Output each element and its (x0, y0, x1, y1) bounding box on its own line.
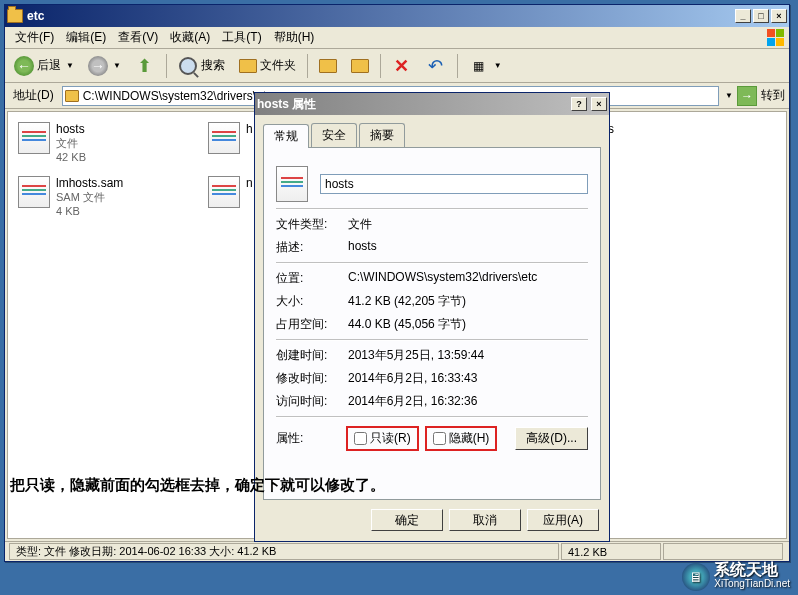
dropdown-icon: ▼ (113, 61, 121, 70)
tabstrip: 常规 安全 摘要 (263, 123, 601, 148)
label-location: 位置: (276, 270, 348, 287)
undo-icon: ↶ (426, 56, 446, 76)
value-description: hosts (348, 239, 588, 256)
views-icon: ▦ (469, 56, 489, 76)
titlebar[interactable]: etc _ □ × (5, 5, 789, 27)
apply-button[interactable]: 应用(A) (527, 509, 599, 531)
menu-view[interactable]: 查看(V) (112, 27, 164, 48)
dropdown-icon[interactable]: ▼ (725, 91, 733, 100)
value-modified: 2014年6月2日, 16:33:43 (348, 370, 588, 387)
status-text: 类型: 文件 修改日期: 2014-06-02 16:33 大小: 41.2 K… (9, 543, 559, 560)
search-label: 搜索 (201, 57, 225, 74)
back-button[interactable]: ← 后退 ▼ (9, 53, 79, 79)
go-button[interactable]: → (737, 86, 757, 106)
file-item[interactable]: hosts 文件 42 KB (18, 122, 178, 164)
minimize-button[interactable]: _ (735, 9, 751, 23)
file-type: 文件 (56, 136, 86, 150)
separator (457, 54, 458, 78)
tab-summary[interactable]: 摘要 (359, 123, 405, 147)
menu-help[interactable]: 帮助(H) (268, 27, 321, 48)
file-icon (208, 122, 240, 154)
annotation-text: 把只读，隐藏前面的勾选框去掉，确定下就可以修改了。 (10, 476, 385, 495)
file-name: hosts (56, 122, 86, 136)
copy-icon (351, 59, 369, 73)
dropdown-icon: ▼ (66, 61, 74, 70)
folder-icon (239, 59, 257, 73)
move-button[interactable] (314, 56, 342, 76)
file-name: h (246, 122, 253, 136)
label-created: 创建时间: (276, 347, 348, 364)
delete-button[interactable]: ✕ (387, 53, 417, 79)
address-label: 地址(D) (9, 87, 58, 104)
file-icon (18, 176, 50, 208)
menu-file[interactable]: 文件(F) (9, 27, 60, 48)
delete-icon: ✕ (392, 56, 412, 76)
ok-button[interactable]: 确定 (371, 509, 443, 531)
watermark-url: XiTongTianDi.net (714, 577, 790, 591)
back-icon: ← (14, 56, 34, 76)
go-label: 转到 (761, 87, 785, 104)
dialog-title: hosts 属性 (257, 96, 571, 113)
tab-security[interactable]: 安全 (311, 123, 357, 147)
value-size: 41.2 KB (42,205 字节) (348, 293, 588, 310)
file-type: SAM 文件 (56, 190, 123, 204)
value-created: 2013年5月25日, 13:59:44 (348, 347, 588, 364)
dialog-titlebar[interactable]: hosts 属性 ? × (255, 93, 609, 115)
views-button[interactable]: ▦▼ (464, 53, 507, 79)
search-button[interactable]: 搜索 (173, 53, 230, 79)
status-size: 41.2 KB (561, 543, 661, 560)
forward-button[interactable]: → ▼ (83, 53, 126, 79)
file-size: 42 KB (56, 150, 86, 164)
menu-tools[interactable]: 工具(T) (216, 27, 267, 48)
file-item[interactable]: lmhosts.sam SAM 文件 4 KB (18, 176, 178, 218)
watermark-brand: 系统天地 (714, 563, 790, 577)
hidden-checkbox[interactable]: 隐藏(H) (425, 426, 498, 451)
label-accessed: 访问时间: (276, 393, 348, 410)
menu-edit[interactable]: 编辑(E) (60, 27, 112, 48)
tab-panel-general: 文件类型:文件 描述:hosts 位置:C:\WINDOWS\system32\… (263, 148, 601, 500)
file-icon (18, 122, 50, 154)
separator (380, 54, 381, 78)
separator (307, 54, 308, 78)
filename-input[interactable] (320, 174, 588, 194)
label-filetype: 文件类型: (276, 216, 348, 233)
cancel-button[interactable]: 取消 (449, 509, 521, 531)
folder-icon (7, 9, 23, 23)
up-button[interactable]: ⬆ (130, 53, 160, 79)
label-description: 描述: (276, 239, 348, 256)
menu-favorites[interactable]: 收藏(A) (164, 27, 216, 48)
copy-button[interactable] (346, 56, 374, 76)
close-button[interactable]: × (771, 9, 787, 23)
advanced-button[interactable]: 高级(D)... (515, 427, 588, 450)
folder-icon (65, 90, 79, 102)
file-name: n (246, 176, 253, 190)
value-location: C:\WINDOWS\system32\drivers\etc (348, 270, 588, 287)
dialog-close-button[interactable]: × (591, 97, 607, 111)
label-size: 大小: (276, 293, 348, 310)
file-size: 4 KB (56, 204, 123, 218)
properties-dialog: hosts 属性 ? × 常规 安全 摘要 文件类型:文件 描述:hosts 位… (254, 92, 610, 542)
watermark-icon: 🖥 (682, 563, 710, 591)
file-icon (208, 176, 240, 208)
move-icon (319, 59, 337, 73)
folders-button[interactable]: 文件夹 (234, 54, 301, 77)
folders-label: 文件夹 (260, 57, 296, 74)
maximize-button[interactable]: □ (753, 9, 769, 23)
tab-general[interactable]: 常规 (263, 124, 309, 148)
up-icon: ⬆ (135, 56, 155, 76)
back-label: 后退 (37, 57, 61, 74)
file-icon (276, 166, 308, 202)
toolbar: ← 后退 ▼ → ▼ ⬆ 搜索 文件夹 ✕ ↶ ▦▼ (5, 49, 789, 83)
dropdown-icon: ▼ (494, 61, 502, 70)
file-name: lmhosts.sam (56, 176, 123, 190)
readonly-checkbox[interactable]: 只读(R) (346, 426, 419, 451)
value-filetype: 文件 (348, 216, 588, 233)
menubar: 文件(F) 编辑(E) 查看(V) 收藏(A) 工具(T) 帮助(H) (5, 27, 789, 49)
undo-button[interactable]: ↶ (421, 53, 451, 79)
status-zone (663, 543, 783, 560)
windows-logo-icon (767, 29, 785, 47)
statusbar: 类型: 文件 修改日期: 2014-06-02 16:33 大小: 41.2 K… (5, 541, 789, 561)
value-ondisk: 44.0 KB (45,056 字节) (348, 316, 588, 333)
value-accessed: 2014年6月2日, 16:32:36 (348, 393, 588, 410)
help-button[interactable]: ? (571, 97, 587, 111)
